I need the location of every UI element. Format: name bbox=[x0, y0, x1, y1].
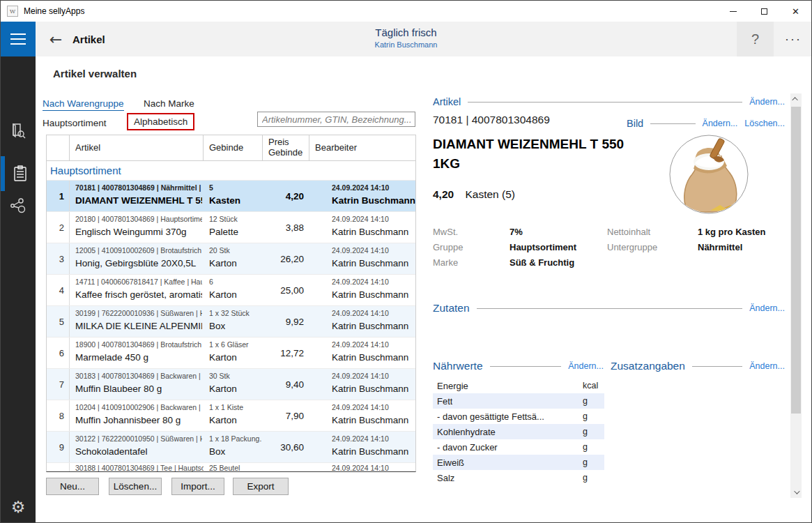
scrollbar-thumb[interactable] bbox=[791, 107, 801, 414]
zusatzangaben-section-header: Zusatzangaben Ändern... bbox=[611, 360, 785, 372]
zusatzangaben-change-link[interactable]: Ändern... bbox=[749, 361, 785, 371]
marke-value: Süß & Fruchtig bbox=[510, 257, 574, 268]
chevron-down-icon bbox=[794, 488, 799, 494]
group-header: Hauptsortiment bbox=[47, 161, 415, 180]
artikel-section-header: Artikel Ändern... bbox=[433, 96, 785, 107]
nutrition-row: Energiekcal bbox=[433, 378, 604, 393]
more-icon: ··· bbox=[785, 32, 802, 47]
sidebar: ⚙ bbox=[1, 56, 36, 523]
close-button[interactable]: ✕ bbox=[780, 1, 811, 22]
zusatzangaben-section-title: Zusatzangaben bbox=[611, 360, 685, 372]
chevron-up-icon bbox=[792, 97, 797, 103]
minimize-button[interactable] bbox=[717, 1, 749, 22]
table-row[interactable]: 5 30199 | 7622200010936 | Süßwaren | Hau… bbox=[47, 305, 415, 337]
more-button[interactable]: ··· bbox=[776, 22, 811, 56]
app-window: w Meine sellyApps ✕ ← Artikel Täglich fr… bbox=[0, 0, 812, 523]
nutrition-row: - davon Zuckerg bbox=[433, 439, 604, 455]
divider bbox=[477, 308, 743, 309]
detail-scrollbar[interactable] bbox=[790, 93, 802, 498]
nettoinhalt-label: Nettoinhalt bbox=[607, 227, 650, 237]
divider bbox=[692, 366, 742, 367]
tab-hauptsortiment[interactable]: Hauptsortiment bbox=[43, 118, 107, 128]
article-list-panel: Artikel verwalten Nach Warengruppe Nach … bbox=[36, 56, 426, 523]
mwst-value: 7% bbox=[510, 227, 523, 237]
divider bbox=[468, 102, 742, 103]
divider bbox=[490, 366, 562, 367]
table-row[interactable]: 8 10204 | 4100910002906 | Backwaren | Ha… bbox=[47, 400, 415, 431]
hamburger-icon bbox=[10, 33, 26, 35]
zutaten-change-link[interactable]: Ändern... bbox=[749, 303, 785, 313]
table-row[interactable]: 9 30122 | 7622200010950 | Süßwaren | Hau… bbox=[47, 431, 415, 462]
naehrwerte-change-link[interactable]: Ändern... bbox=[568, 361, 604, 371]
nettoinhalt-value: 1 kg pro Kasten bbox=[698, 227, 766, 237]
bild-change-link[interactable]: Ändern... bbox=[703, 119, 738, 128]
nutrition-row: Fettg bbox=[433, 393, 604, 409]
table-row[interactable]: 4 14711 | 04006067818417 | Kaffee | Haup… bbox=[47, 274, 415, 305]
search-input[interactable] bbox=[257, 112, 415, 127]
gruppe-label: Gruppe bbox=[433, 242, 463, 252]
naehrwerte-section-header: Nährwerte Ändern... bbox=[433, 360, 604, 372]
nutrition-table: Energiekcal Fettg - davon gesättigte Fet… bbox=[433, 378, 604, 485]
nutrition-row: Eiweißg bbox=[433, 455, 604, 470]
help-button[interactable]: ? bbox=[737, 22, 774, 56]
menu-button[interactable] bbox=[1, 22, 36, 56]
tab-alphabetisch[interactable]: Alphabetisch bbox=[127, 113, 194, 130]
table-row-clipped[interactable]: 30188 | 4007801304869 | Tee | Hauptsorti… bbox=[47, 462, 415, 471]
scroll-down-button[interactable] bbox=[790, 487, 802, 498]
zutaten-section-header: Zutaten Ändern... bbox=[433, 302, 785, 314]
table-row[interactable]: 6 18900 | 4007801304869 | Brotaufstrich … bbox=[47, 337, 415, 368]
sidebar-item-lookup[interactable] bbox=[1, 116, 36, 146]
maximize-icon bbox=[761, 8, 767, 15]
bild-section-title: Bild bbox=[627, 118, 643, 129]
article-table: Artikel Gebinde Preis Gebinde Bearbeiter… bbox=[46, 135, 416, 472]
back-button[interactable]: ← bbox=[44, 22, 68, 56]
article-detail-panel: Artikel Ändern... 70181 | 4007801304869 … bbox=[433, 95, 788, 499]
document-search-icon bbox=[9, 122, 27, 140]
untergruppe-label: Untergruppe bbox=[607, 242, 657, 252]
table-row[interactable]: 2 20180 | 4007801304869 | Hauptsortiment… bbox=[47, 211, 415, 243]
clipboard-icon bbox=[12, 165, 29, 182]
field-row: Gruppe Hauptsortiment Untergruppe Nährmi… bbox=[433, 242, 785, 257]
artikel-change-link[interactable]: Ändern... bbox=[749, 97, 785, 107]
article-code: 70181 | 4007801304869 bbox=[433, 114, 550, 126]
sidebar-item-network[interactable] bbox=[1, 191, 36, 222]
article-price-unit: Kasten (5) bbox=[465, 188, 515, 200]
account-info[interactable]: Täglich frisch Katrin Buschmann bbox=[375, 26, 438, 49]
table-row[interactable]: 3 12005 | 4100910002609 | Brotaufstrich … bbox=[47, 243, 415, 274]
bild-section-header: Bild Ändern... Löschen... bbox=[627, 118, 785, 129]
col-bearbeiter: Bearbeiter bbox=[309, 135, 415, 160]
nutrition-row: Salzg bbox=[433, 470, 604, 485]
minimize-icon bbox=[730, 11, 737, 12]
app-icon: w bbox=[7, 6, 18, 17]
flour-bag-image bbox=[668, 134, 749, 215]
table-row[interactable]: 1 70181 | 4007801304869 | Nährmittel | H… bbox=[47, 180, 415, 211]
marke-label: Marke bbox=[433, 257, 458, 268]
naehrwerte-section-title: Nährwerte bbox=[433, 360, 483, 372]
col-preis-gebinde: Preis Gebinde bbox=[263, 135, 309, 160]
new-button[interactable]: Neu... bbox=[46, 478, 99, 495]
scroll-up-button[interactable] bbox=[790, 93, 802, 105]
col-gebinde: Gebinde bbox=[204, 135, 263, 160]
import-button[interactable]: Import... bbox=[171, 478, 224, 495]
settings-button[interactable]: ⚙ bbox=[1, 492, 36, 522]
nutrition-row: - davon gesättigte Fettsä...g bbox=[433, 409, 604, 424]
sidebar-item-artikel[interactable] bbox=[1, 156, 36, 191]
divider bbox=[650, 123, 695, 124]
tab-nach-warengruppe[interactable]: Nach Warengruppe bbox=[43, 98, 124, 111]
article-price: 4,20 bbox=[433, 188, 454, 200]
export-button[interactable]: Export bbox=[233, 478, 289, 495]
user-name: Katrin Buschmann bbox=[375, 40, 438, 49]
product-image bbox=[668, 134, 749, 215]
maximize-button[interactable] bbox=[749, 1, 780, 22]
bild-delete-link[interactable]: Löschen... bbox=[744, 119, 785, 128]
help-icon: ? bbox=[751, 31, 759, 47]
table-header: Artikel Gebinde Preis Gebinde Bearbeiter bbox=[47, 135, 415, 161]
delete-button[interactable]: Löschen... bbox=[109, 478, 162, 495]
nutrition-row: Kohlenhydrateg bbox=[433, 424, 604, 439]
share-network-icon bbox=[9, 197, 27, 215]
table-row[interactable]: 7 30183 | 4007801304869 | Backwaren | Ha… bbox=[47, 368, 415, 400]
tab-nach-marke[interactable]: Nach Marke bbox=[144, 98, 194, 109]
field-row: MwSt. 7% Nettoinhalt 1 kg pro Kasten bbox=[433, 227, 785, 242]
untergruppe-value: Nährmittel bbox=[698, 242, 742, 252]
org-name: Täglich frisch bbox=[375, 26, 438, 38]
